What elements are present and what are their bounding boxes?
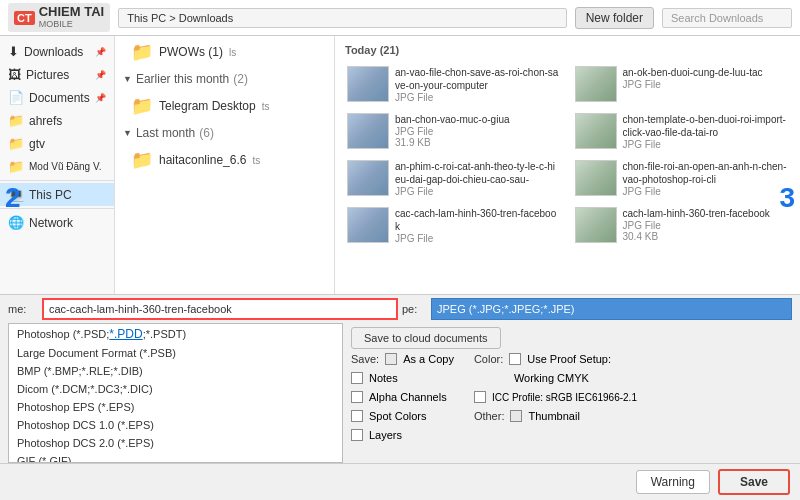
pictures-icon: 🖼 [8,67,21,82]
haitac-suffix: ts [252,155,260,166]
list-item[interactable]: ban-chon-vao-muc-o-giua JPG File 31.9 KB [341,109,567,154]
other-label: Other: [474,410,505,422]
file-thumb [575,160,617,196]
layers-row: Layers [351,429,454,441]
filename-input[interactable] [42,298,398,320]
sidebar-label-network: Network [29,216,73,230]
dropdown-option-psb[interactable]: Large Document Format (*.PSB) [9,344,342,362]
tree-section-lastmonth: ▼ Last month (6) 📁 haitaconline_6.6 ts [115,122,334,176]
thumbnail-checkbox[interactable] [510,410,522,422]
options-area: Save to cloud documents Save: As a Copy … [343,323,800,463]
file-name: an-ok-ben-duoi-cung-de-luu-tac [623,66,789,79]
list-item[interactable]: an-vao-file-chon-save-as-roi-chon-save-o… [341,62,567,107]
dropdown-option-psd[interactable]: Photoshop (*.PSD;*.PDD;*.PSDT) [9,324,342,344]
sidebar-item-gtv[interactable]: 📁 gtv [0,132,114,155]
file-thumb [575,207,617,243]
save-button[interactable]: Save [718,469,790,495]
icc-checkbox[interactable] [474,391,486,403]
sidebar-label-gtv: gtv [29,137,45,151]
tree-header-lastmonth-count: (6) [199,126,214,140]
file-info: chon-file-roi-an-open-an-anh-n-chen-vao-… [623,160,789,197]
path-bar[interactable]: This PC > Downloads [118,8,566,28]
sidebar-item-network[interactable]: 🌐 Network [0,211,114,234]
format-label: me: [8,303,38,315]
notes-checkbox[interactable] [351,372,363,384]
dropdown-list[interactable]: Photoshop (*.PSD;*.PDD;*.PSDT) Large Doc… [8,323,343,463]
file-name: an-phim-c-roi-cat-anh-theo-ty-le-c-hieu-… [395,160,561,186]
color-row: Color: Use Proof Setup: [474,353,637,365]
use-proof-checkbox[interactable] [509,353,521,365]
file-thumb [347,207,389,243]
sidebar-item-pictures[interactable]: 🖼 Pictures 📌 [0,63,114,86]
folder-telegram-icon: 📁 [131,95,153,117]
pin-icon: 📌 [95,47,106,57]
alpha-checkbox[interactable] [351,391,363,403]
list-item[interactable]: an-phim-c-roi-cat-anh-theo-ty-le-c-hieu-… [341,156,567,201]
network-icon: 🌐 [8,215,24,230]
dropdown-option-gif[interactable]: GIF (*.GIF) [9,452,342,463]
sidebar-item-ahrefs[interactable]: 📁 ahrefs [0,109,114,132]
file-grid-header: Today (21) [341,42,794,62]
file-info: chon-template-o-ben-duoi-roi-import-clic… [623,113,789,150]
file-name: chon-file-roi-an-open-an-anh-n-chen-vao-… [623,160,789,186]
tree-header-earlier[interactable]: ▼ Earlier this month (2) [115,68,334,90]
list-item[interactable]: chon-template-o-ben-duoi-roi-import-clic… [569,109,795,154]
pin-icon3: 📌 [95,93,106,103]
list-item[interactable]: chon-file-roi-an-open-an-anh-n-chen-vao-… [569,156,795,201]
tree-item-pwows[interactable]: 📁 PWOWs (1) ls [115,36,334,68]
save-dialog: me: pe: JPEG (*.JPG;*.JPEG;*.JPE) Photos… [0,294,800,500]
sidebar-label-mod: Mod Vũ Đăng V. [29,161,101,172]
sidebar-item-downloads[interactable]: ⬇ Downloads 📌 [0,40,114,63]
file-type: JPG File [395,186,561,197]
use-proof-label: Use Proof Setup: [527,353,611,365]
dropdown-option-dcm[interactable]: Dicom (*.DCM;*.DC3;*.DIC) [9,380,342,398]
folder-ahrefs-icon: 📁 [8,113,24,128]
working-cmyk-row: Working CMYK [474,372,637,384]
new-folder-button[interactable]: New folder [575,7,654,29]
file-type: JPG File [395,92,561,103]
type-label: pe: [402,303,427,315]
sidebar-label-pictures: Pictures [26,68,69,82]
notes-row: Notes [351,372,454,384]
toolbar: CT CHIEM TAI MOBILE This PC > Downloads … [0,0,800,36]
dropdown-option-eps2[interactable]: Photoshop DCS 1.0 (*.EPS) [9,416,342,434]
file-size: 30.4 KB [623,231,789,242]
logo-ct-badge: CT [14,11,35,25]
tree-item-haitac[interactable]: 📁 haitaconline_6.6 ts [115,144,334,176]
folder-pwows-icon: 📁 [131,41,153,63]
sidebar-label-downloads: Downloads [24,45,83,59]
notes-label: Notes [369,372,398,384]
pin-icon2: 📌 [95,70,106,80]
list-item[interactable]: cac-cach-lam-hinh-360-tren-facebook JPG … [341,203,567,248]
dropdown-option-eps1[interactable]: Photoshop EPS (*.EPS) [9,398,342,416]
search-input[interactable]: Search Downloads [662,8,792,28]
filename-row: me: pe: JPEG (*.JPG;*.JPEG;*.JPE) [0,295,800,323]
sidebar-item-mod[interactable]: 📁 Mod Vũ Đăng V. [0,155,114,178]
as-copy-checkbox[interactable] [385,353,397,365]
list-item[interactable]: cach-lam-hinh-360-tren-facebook JPG File… [569,203,795,248]
file-type: JPG File [395,126,561,137]
file-info: ban-chon-vao-muc-o-giua JPG File 31.9 KB [395,113,561,148]
tree-item-telegram[interactable]: 📁 Telegram Desktop ts [115,90,334,122]
icc-row: ICC Profile: sRGB IEC61966-2.1 [474,391,637,403]
list-item[interactable]: an-ok-ben-duoi-cung-de-luu-tac JPG File [569,62,795,107]
pwows-suffix: ls [229,47,236,58]
file-info: cach-lam-hinh-360-tren-facebook JPG File… [623,207,789,242]
alpha-row: Alpha Channels [351,391,454,403]
file-type: JPG File [623,186,789,197]
alpha-label: Alpha Channels [369,391,447,403]
tree-item-telegram-name: Telegram Desktop [159,99,256,113]
save-label: Save: [351,353,379,365]
as-copy-label: As a Copy [403,353,454,365]
tree-header-lastmonth[interactable]: ▼ Last month (6) [115,122,334,144]
layers-checkbox[interactable] [351,429,363,441]
file-tree: 📁 PWOWs (1) ls ▼ Earlier this month (2) … [115,36,335,294]
tree-header-lastmonth-label: Last month [136,126,195,140]
dropdown-option-bmp[interactable]: BMP (*.BMP;*.RLE;*.DIB) [9,362,342,380]
save-to-cloud-button[interactable]: Save to cloud documents [351,327,501,349]
warning-button[interactable]: Warning [636,470,710,494]
file-type: JPG File [623,220,789,231]
dropdown-option-eps3[interactable]: Photoshop DCS 2.0 (*.EPS) [9,434,342,452]
spot-checkbox[interactable] [351,410,363,422]
sidebar-item-documents[interactable]: 📄 Documents 📌 [0,86,114,109]
